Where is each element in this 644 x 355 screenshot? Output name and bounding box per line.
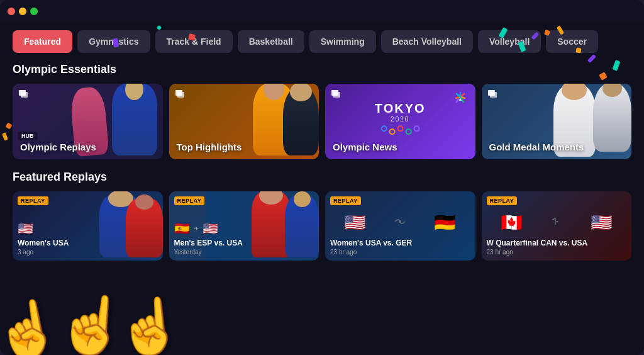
close-button[interactable] xyxy=(8,8,15,15)
tab-volleyball[interactable]: Volleyball xyxy=(478,30,541,53)
tab-gymnastics[interactable]: Gymnastics xyxy=(77,30,150,53)
replay-2-time: Yesterday xyxy=(174,249,314,256)
card-highlights-label: Top Highlights xyxy=(177,142,242,153)
traffic-lights xyxy=(8,8,38,15)
replays-grid: REPLAY 🇺🇸 Women's USA 3 ago xyxy=(13,191,631,261)
replay-card-3[interactable]: REPLAY 🇺🇸 🇩🇪 xyxy=(325,191,475,261)
svg-rect-3 xyxy=(177,92,184,98)
svg-rect-8 xyxy=(490,92,497,98)
card-gold-medal[interactable]: Gold Medal Moments xyxy=(482,84,632,159)
tab-basketball[interactable]: Basketball xyxy=(238,30,304,53)
replay-4-time: 23 hr ago xyxy=(487,249,627,256)
card-top-highlights[interactable]: Top Highlights xyxy=(169,84,319,159)
svg-rect-1 xyxy=(21,92,28,98)
title-bar xyxy=(0,0,644,23)
tab-featured[interactable]: Featured xyxy=(13,30,72,53)
essentials-section-title: Olympic Essentials xyxy=(13,63,631,76)
tab-beach-volleyball[interactable]: Beach Volleyball xyxy=(381,30,473,53)
replay-badge-1: REPLAY xyxy=(18,196,48,205)
replay-1-flags: 🇺🇸 xyxy=(18,221,158,236)
replay-1-title: Women's USA xyxy=(18,239,158,247)
replay-3-time: 23 hr ago xyxy=(330,249,470,256)
tab-track-field[interactable]: Track & Field xyxy=(155,30,233,53)
nav-tabs: Featured Gymnastics Track & Field Basket… xyxy=(13,30,631,53)
replay-badge-2: REPLAY xyxy=(174,196,205,205)
replay-badge-3: REPLAY xyxy=(330,196,361,205)
replay-card-1[interactable]: REPLAY 🇺🇸 Women's USA 3 ago xyxy=(13,191,163,261)
card-olympic-replays[interactable]: HUB Olympic Replays xyxy=(13,84,163,159)
maximize-button[interactable] xyxy=(30,8,38,15)
minimize-button[interactable] xyxy=(19,8,26,15)
replay-2-flags: 🇪🇸 ✈ 🇺🇸 xyxy=(174,221,314,236)
card-highlights-icon xyxy=(175,90,187,101)
card-replays-icon xyxy=(19,90,30,101)
card-gold-icon xyxy=(488,90,499,101)
replay-2-title: Men's ESP vs. USA xyxy=(174,239,314,247)
replay-badge-4: REPLAY xyxy=(487,196,518,205)
card-news-icon xyxy=(331,90,343,101)
card-gold-label: Gold Medal Moments xyxy=(489,142,584,153)
app-window: Featured Gymnastics Track & Field Basket… xyxy=(0,0,644,355)
tab-swimming[interactable]: Swimming xyxy=(309,30,376,53)
essentials-grid: HUB Olympic Replays xyxy=(13,84,631,159)
foam-finger-3: ☝ xyxy=(114,293,186,355)
foam-finger-2: ☝ xyxy=(54,289,130,355)
replay-card-2[interactable]: REPLAY 🇪🇸 ✈ 🇺🇸 Men's xyxy=(169,191,319,261)
card-olympic-news[interactable]: TOKYO 2020 Olympic News xyxy=(325,84,475,159)
svg-point-9 xyxy=(399,220,401,223)
svg-rect-6 xyxy=(333,92,340,98)
svg-point-10 xyxy=(556,221,558,223)
main-content: Featured Gymnastics Track & Field Basket… xyxy=(0,23,644,355)
card-replays-label: Olympic Replays xyxy=(20,142,96,153)
replays-section-title: Featured Replays xyxy=(13,171,631,184)
replay-3-title: Women's USA vs. GER xyxy=(330,239,470,247)
card-news-label: Olympic News xyxy=(333,142,397,153)
replay-4-title: W Quarterfinal CAN vs. USA xyxy=(487,239,627,247)
tokyo-logo: TOKYO 2020 xyxy=(375,101,426,135)
foam-finger-1: ☝ xyxy=(0,293,65,355)
replay-1-time: 3 ago xyxy=(18,249,158,256)
tab-soccer[interactable]: Soccer xyxy=(546,30,598,53)
replay-card-4[interactable]: REPLAY 🇨🇦 🇺🇸 xyxy=(482,191,632,261)
